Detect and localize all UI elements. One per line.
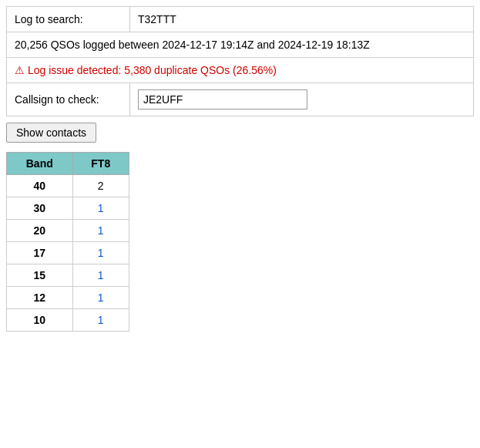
table-row: 301 [7,197,129,220]
contacts-table: Band FT8 402301201171151121101 [6,152,129,332]
ft8-cell: 1 [72,287,129,309]
band-cell: 12 [7,287,73,309]
callsign-row: Callsign to check: [7,83,474,116]
qso-info-text: 20,256 QSOs logged between 2024-12-17 19… [7,32,474,58]
band-cell: 30 [7,197,73,220]
info-table: Log to search: T32TTT 20,256 QSOs logged… [6,6,474,116]
warning-row: ⚠ Log issue detected: 5,380 duplicate QS… [7,58,474,83]
table-row: 402 [7,175,129,197]
callsign-label: Callsign to check: [7,83,130,116]
ft8-cell: 1 [72,242,129,264]
table-row: 171 [7,242,129,264]
table-row: 101 [7,309,129,332]
table-row: 201 [7,220,129,242]
log-search-row: Log to search: T32TTT [7,7,474,32]
ft8-header: FT8 [72,153,129,175]
band-header: Band [7,153,73,175]
main-container: Log to search: T32TTT 20,256 QSOs logged… [0,0,480,338]
table-row: 121 [7,287,129,309]
band-cell: 40 [7,175,73,197]
callsign-input[interactable] [138,89,307,109]
ft8-cell: 2 [72,175,129,197]
band-cell: 17 [7,242,73,264]
ft8-cell: 1 [72,309,129,332]
show-contacts-button[interactable]: Show contacts [6,123,96,143]
warning-text: ⚠ Log issue detected: 5,380 duplicate QS… [7,58,474,83]
contacts-table-header-row: Band FT8 [7,153,129,175]
contacts-table-header: Band FT8 [7,153,129,175]
band-cell: 10 [7,309,73,332]
ft8-cell: 1 [72,220,129,242]
band-cell: 20 [7,220,73,242]
log-search-label: Log to search: [7,7,130,32]
band-cell: 15 [7,264,73,287]
ft8-cell: 1 [72,197,129,220]
ft8-cell: 1 [72,264,129,287]
qso-info-row: 20,256 QSOs logged between 2024-12-17 19… [7,32,474,58]
log-search-value: T32TTT [130,7,474,32]
contacts-table-body: 402301201171151121101 [7,175,129,332]
table-row: 151 [7,264,129,287]
